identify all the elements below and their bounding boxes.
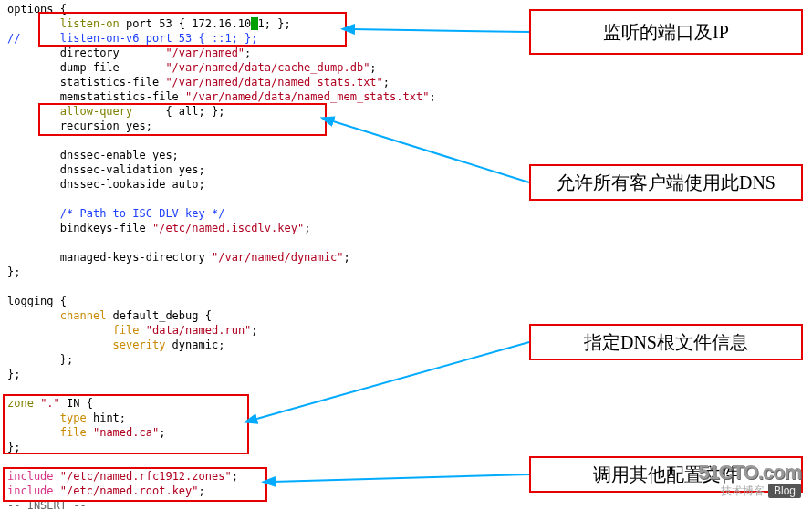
callout-listen: 监听的端口及IP — [529, 9, 803, 55]
highlight-box-listen — [38, 12, 347, 47]
watermark-sub: 技术博客Blog — [721, 484, 801, 499]
highlight-box-include — [3, 467, 267, 502]
watermark-main: 51CTO.com — [698, 461, 801, 484]
callout-zone: 指定DNS根文件信息 — [529, 324, 803, 360]
callout-allow: 允许所有客户端使用此DNS — [529, 164, 803, 201]
highlight-box-zone — [3, 394, 249, 454]
highlight-box-allow-query — [38, 103, 327, 136]
